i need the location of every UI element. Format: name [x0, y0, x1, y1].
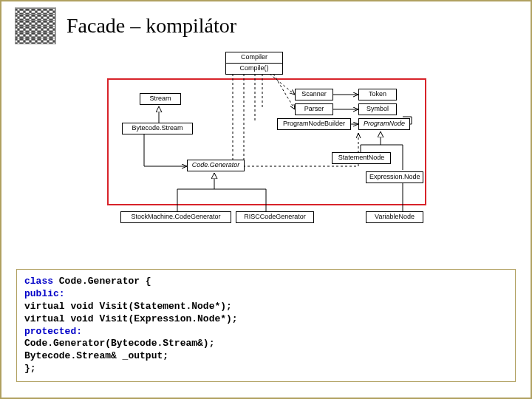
- uml-name: Compiler: [229, 54, 279, 61]
- code-line: class Code.Generator {: [24, 276, 508, 288]
- uml-class-stream: Stream: [140, 93, 181, 105]
- uml-class-variablenode: VariableNode: [366, 211, 423, 223]
- code-listing: class Code.Generator { public: virtual v…: [16, 269, 516, 382]
- uml-op: Compile(): [229, 65, 279, 72]
- code-line: Bytecode.Stream& _output;: [24, 350, 508, 363]
- code-line: Code.Generator(Bytecode.Stream&);: [24, 338, 508, 350]
- uml-diagram: Compiler Compile() Stream Bytecode.Strea…: [107, 52, 425, 236]
- code-line: public:: [24, 288, 508, 301]
- uml-class-riscgen: RISCCodeGenerator: [236, 211, 314, 223]
- code-line: virtual void Visit(Expression.Node*);: [24, 313, 508, 326]
- uml-class-stackgen: StockMachine.CodeGenerator: [120, 211, 231, 223]
- slide-title: Facade – kompilátor: [66, 14, 236, 38]
- uml-class-bytecodestream: Bytecode.Stream: [122, 123, 193, 134]
- uml-class-programnode: ProgramNode: [358, 118, 410, 130]
- uml-class-parser: Parser: [295, 103, 333, 115]
- uml-class-expressionnode: Expression.Node: [366, 171, 423, 183]
- uml-class-token: Token: [358, 89, 397, 100]
- escher-logo: [15, 7, 56, 44]
- slide-header: Facade – kompilátor: [1, 1, 531, 47]
- uml-class-statementnode: StatementNode: [332, 152, 391, 164]
- code-line: virtual void Visit(Statement.Node*);: [24, 301, 508, 313]
- code-line: };: [24, 363, 508, 375]
- slide: Facade – kompilátor: [0, 0, 532, 399]
- uml-class-pnb: ProgramNodeBuilder: [277, 118, 351, 130]
- code-line: protected:: [24, 326, 508, 338]
- uml-class-symbol: Symbol: [358, 103, 397, 115]
- uml-class-codegenerator: Code.Generator: [187, 160, 245, 171]
- uml-class-compiler: Compiler Compile(): [225, 52, 283, 75]
- uml-class-scanner: Scanner: [295, 89, 333, 100]
